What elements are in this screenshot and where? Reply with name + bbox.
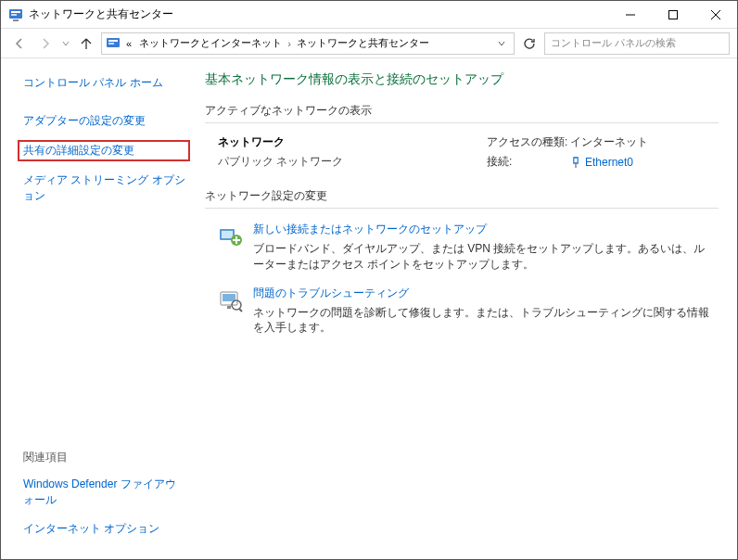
forward-button[interactable] bbox=[34, 32, 57, 55]
search-input[interactable]: コントロール パネルの検索 bbox=[544, 32, 730, 55]
svg-rect-9 bbox=[108, 40, 118, 42]
troubleshoot-link[interactable]: 問題のトラブルシューティング bbox=[253, 286, 709, 301]
svg-rect-12 bbox=[575, 159, 578, 162]
up-button[interactable] bbox=[75, 32, 97, 55]
svg-line-23 bbox=[239, 309, 242, 312]
back-button[interactable] bbox=[8, 32, 31, 55]
change-settings-title: ネットワーク設定の変更 bbox=[205, 188, 719, 209]
ethernet-icon bbox=[570, 156, 581, 169]
navbar: « ネットワークとインターネット › ネットワークと共有センター コントロール … bbox=[1, 29, 737, 58]
main-heading: 基本ネットワーク情報の表示と接続のセットアップ bbox=[205, 71, 719, 88]
connection-value: Ethernet0 bbox=[585, 156, 633, 169]
svg-rect-3 bbox=[13, 19, 19, 21]
minimize-button[interactable] bbox=[609, 1, 652, 28]
breadcrumb[interactable]: « ネットワークとインターネット › ネットワークと共有センター bbox=[101, 32, 515, 55]
connection-label: 接続: bbox=[487, 154, 570, 170]
titlebar: ネットワークと共有センター bbox=[1, 1, 737, 29]
connection-link[interactable]: Ethernet0 bbox=[570, 154, 633, 170]
sidebar-link-firewall[interactable]: Windows Defender ファイアウォール bbox=[23, 477, 186, 508]
sidebar-link-sharing[interactable]: 共有の詳細設定の変更 bbox=[18, 140, 190, 161]
search-placeholder: コントロール パネルの検索 bbox=[551, 36, 676, 50]
svg-rect-2 bbox=[11, 14, 17, 16]
refresh-button[interactable] bbox=[518, 32, 541, 55]
access-type-label: アクセスの種類: bbox=[487, 134, 570, 150]
network-type: パブリック ネットワーク bbox=[218, 154, 487, 170]
window-title: ネットワークと共有センター bbox=[29, 6, 173, 22]
svg-rect-5 bbox=[669, 10, 678, 19]
close-button[interactable] bbox=[694, 1, 737, 28]
breadcrumb-prefix: « bbox=[124, 38, 134, 49]
svg-rect-15 bbox=[222, 231, 233, 238]
sidebar-link-media[interactable]: メディア ストリーミング オプション bbox=[23, 172, 186, 204]
window-controls bbox=[609, 1, 737, 28]
related-items-title: 関連項目 bbox=[23, 450, 186, 465]
change-item-troubleshoot: 問題のトラブルシューティング ネットワークの問題を診断して修復します。または、ト… bbox=[205, 282, 719, 346]
breadcrumb-item[interactable]: ネットワークとインターネット bbox=[137, 36, 284, 50]
breadcrumb-icon bbox=[106, 36, 121, 51]
new-connection-icon bbox=[218, 223, 244, 249]
breadcrumb-dropdown-icon[interactable] bbox=[493, 40, 510, 47]
change-item-new-connection: 新しい接続またはネットワークのセットアップ ブロードバンド、ダイヤルアップ、また… bbox=[205, 218, 719, 282]
svg-rect-21 bbox=[227, 306, 231, 309]
access-type-value: インターネット bbox=[570, 134, 648, 150]
troubleshoot-desc: ネットワークの問題を診断して修復します。または、トラブルシューティングに関する情… bbox=[253, 305, 709, 337]
active-networks-title: アクティブなネットワークの表示 bbox=[205, 103, 719, 123]
sidebar-link-adapter[interactable]: アダプターの設定の変更 bbox=[23, 113, 186, 129]
network-name: ネットワーク bbox=[218, 134, 487, 150]
chevron-right-icon: › bbox=[287, 38, 291, 49]
sidebar-link-internet-options[interactable]: インターネット オプション bbox=[23, 521, 186, 537]
sidebar-link-home[interactable]: コントロール パネル ホーム bbox=[23, 75, 186, 91]
maximize-button[interactable] bbox=[652, 1, 694, 28]
recent-dropdown-icon[interactable] bbox=[60, 32, 71, 55]
active-network-row: ネットワーク パブリック ネットワーク アクセスの種類: インターネット 接続:… bbox=[205, 133, 719, 188]
app-icon bbox=[8, 7, 23, 22]
svg-rect-20 bbox=[223, 294, 235, 301]
sidebar: コントロール パネル ホーム アダプターの設定の変更 共有の詳細設定の変更 メデ… bbox=[1, 58, 196, 559]
breadcrumb-item[interactable]: ネットワークと共有センター bbox=[295, 36, 431, 50]
svg-rect-10 bbox=[108, 43, 114, 45]
new-connection-desc: ブロードバンド、ダイヤルアップ、または VPN 接続をセットアップします。あるい… bbox=[253, 241, 709, 273]
new-connection-link[interactable]: 新しい接続またはネットワークのセットアップ bbox=[253, 222, 709, 237]
content-area: コントロール パネル ホーム アダプターの設定の変更 共有の詳細設定の変更 メデ… bbox=[1, 58, 737, 559]
svg-rect-1 bbox=[11, 11, 20, 13]
main-panel: 基本ネットワーク情報の表示と接続のセットアップ アクティブなネットワークの表示 … bbox=[196, 58, 737, 559]
troubleshoot-icon bbox=[218, 287, 244, 313]
